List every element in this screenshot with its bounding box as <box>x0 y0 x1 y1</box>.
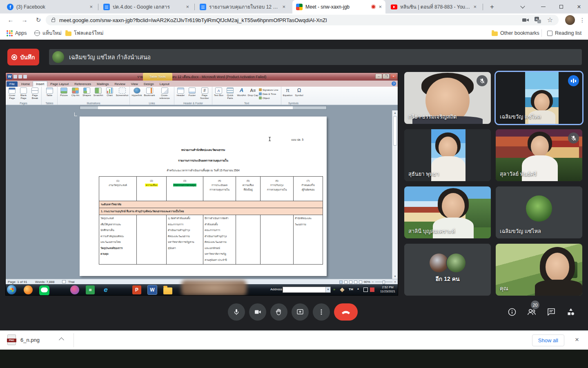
bookmark-new-folder[interactable]: โฟลเดอร์ใหม่ <box>65 27 103 40</box>
internet-explorer-icon[interactable]: e <box>101 285 110 294</box>
address-input[interactable]: ▼ <box>283 287 331 293</box>
scroll-up-icon[interactable]: ▲ <box>392 110 398 115</box>
outline-view-icon[interactable] <box>354 280 357 284</box>
screenshot-button[interactable]: Screenshot <box>116 87 129 101</box>
draft-view-icon[interactable] <box>359 280 362 284</box>
print-layout-view-icon[interactable] <box>339 280 343 284</box>
zoom-in-icon[interactable]: + <box>394 280 396 284</box>
word-restore-button[interactable]: ❐ <box>383 74 390 79</box>
itunes-icon[interactable] <box>70 285 79 294</box>
ribbon-tab-references[interactable]: References <box>71 81 94 87</box>
page-number-button[interactable]: #Page Number <box>198 87 211 101</box>
text-box-button[interactable]: AText Box <box>213 87 224 101</box>
pen-input-icon[interactable] <box>340 287 344 292</box>
ribbon-tab-page-layout[interactable]: Page Layout <box>47 81 71 87</box>
tray-alert-icon[interactable] <box>370 287 374 292</box>
shapes-button[interactable]: Shapes <box>81 87 92 101</box>
fullscreen-view-icon[interactable] <box>344 280 347 284</box>
table-button[interactable]: Table <box>42 87 56 101</box>
zoom-slider[interactable] <box>375 282 392 282</box>
powerpoint-icon[interactable]: P <box>132 285 141 294</box>
address-dropdown-icon[interactable]: ▼ <box>325 287 330 292</box>
bookmark-new-tab[interactable]: แท็บใหม่ <box>34 27 62 40</box>
cover-page-button[interactable]: Cover Page <box>7 87 18 101</box>
signature-line-button[interactable]: Signature Line <box>259 88 280 92</box>
tab-meet-active[interactable]: Meet - snw-xaxn-jgb × <box>292 0 385 13</box>
translate-icon[interactable]: A <box>534 16 541 24</box>
vertical-scrollbar[interactable]: ▲ ▼ <box>392 110 398 279</box>
ribbon-tab-layout[interactable]: Layout <box>157 81 172 87</box>
new-tab-button[interactable]: + <box>487 2 497 12</box>
reading-list[interactable]: Reading list <box>547 27 581 40</box>
address-bar[interactable]: meet.google.com/snw-xaxn-jgb?fbclid=IwAR… <box>46 15 559 25</box>
url-text[interactable]: meet.google.com/snw-xaxn-jgb?fbclid=IwAR… <box>59 17 522 23</box>
language-indicator[interactable]: TH <box>349 287 353 291</box>
camera-in-use-icon[interactable] <box>522 16 529 24</box>
wordart-button[interactable]: AWordArt <box>236 87 247 101</box>
tray-display-icon[interactable] <box>363 287 368 292</box>
other-bookmarks[interactable]: Other bookmarks <box>492 27 539 40</box>
line-app-icon[interactable] <box>39 285 49 295</box>
tab-youtube[interactable]: หลินชิน | ตอนที่ 878-883 - YouTub × <box>387 0 480 13</box>
window-close-button[interactable]: × <box>570 0 588 13</box>
tab-search-chevron-icon[interactable] <box>514 0 532 13</box>
present-screen-button[interactable] <box>292 303 309 321</box>
win7-clock[interactable]: 2:52 PM 11/23/2021 <box>380 285 395 294</box>
spellcheck-icon[interactable] <box>62 280 66 283</box>
forward-icon[interactable]: → <box>20 15 29 25</box>
show-all-downloads-button[interactable]: Show all <box>532 334 564 346</box>
apps-shortcut[interactable]: Apps <box>7 27 27 40</box>
scrollbar-thumb[interactable] <box>393 116 397 146</box>
ribbon-tab-home[interactable]: Home <box>18 81 33 87</box>
chart-button[interactable]: Chart <box>104 87 115 101</box>
chat-icon[interactable] <box>545 306 557 318</box>
scroll-down-icon[interactable]: ▼ <box>392 274 398 279</box>
object-button[interactable]: Object <box>259 96 280 100</box>
equation-button[interactable]: πEquation <box>282 87 293 101</box>
zoom-out-icon[interactable]: − <box>372 280 374 284</box>
blank-page-button[interactable]: Blank Page <box>18 87 29 101</box>
header-button[interactable]: Header <box>175 87 186 101</box>
close-shelf-icon[interactable]: × <box>575 336 579 344</box>
participant-tile-4[interactable]: สุลาวัลย์ พันธ์ศรี <box>496 129 582 181</box>
participant-tile-2-active-speaker[interactable]: เฉลิมขวัญ แซ่ไหล <box>496 72 582 124</box>
clip-art-button[interactable]: Clip Art <box>70 87 81 101</box>
bookmark-star-icon[interactable]: ☆ <box>546 16 554 24</box>
tab-facebook[interactable]: f (3) Facebook × <box>3 0 96 13</box>
download-filename[interactable]: 6_n.png <box>20 337 40 343</box>
ribbon-tab-mailings[interactable]: Mailings <box>94 81 111 87</box>
browser-menu-icon[interactable]: ⋮ <box>579 15 586 25</box>
window-restore-button[interactable] <box>552 0 570 13</box>
tab-google-docs-1[interactable]: ปด.4.doc - Google เอกสาร × <box>100 0 193 13</box>
symbol-button[interactable]: ΩSymbol <box>294 87 305 101</box>
hyperlink-button[interactable]: Hyperlink <box>131 87 143 101</box>
footer-button[interactable]: Footer <box>187 87 198 101</box>
recording-button[interactable]: บันทึก <box>7 49 39 65</box>
firefox-icon[interactable] <box>24 285 33 294</box>
participant-tile-over-flow[interactable]: อีก 12 คน <box>404 244 491 296</box>
smartart-button[interactable]: SmartArt <box>93 87 104 101</box>
cross-reference-button[interactable]: Cross-reference <box>156 87 173 101</box>
capture-app-icon[interactable]: ⌗ <box>86 285 95 294</box>
camera-button[interactable] <box>249 303 266 321</box>
end-call-button[interactable] <box>334 303 358 321</box>
ribbon-tab-review[interactable]: Review <box>111 81 128 87</box>
word-close-button[interactable]: × <box>390 74 397 79</box>
tray-chevron-icon[interactable]: ▲ <box>357 287 359 290</box>
raise-hand-button[interactable] <box>270 303 287 321</box>
participant-tile-3[interactable]: สุธันยา พุทธา <box>404 129 491 181</box>
activities-icon[interactable] <box>565 306 577 318</box>
tab-google-docs-2[interactable]: รายงานควบคุมภายในรอบ 12 เดือน.d × <box>196 0 289 13</box>
drop-cap-button[interactable]: A≡Drop Cap <box>247 87 258 101</box>
tab-close-icon[interactable]: × <box>186 4 189 10</box>
ribbon-tab-view[interactable]: View <box>128 81 141 87</box>
ribbon-tab-design[interactable]: Design <box>141 81 157 87</box>
language-status[interactable]: Thai <box>68 280 75 284</box>
more-options-button[interactable] <box>313 303 330 321</box>
tab-close-icon[interactable]: × <box>89 4 93 10</box>
participant-tile-6[interactable]: เฉลิมขวัญ แซ่ไหล <box>496 186 582 238</box>
tab-close-icon[interactable]: × <box>473 4 477 10</box>
tab-close-icon[interactable]: × <box>282 4 285 10</box>
profile-avatar[interactable] <box>565 15 575 25</box>
word-taskbar-icon[interactable]: W <box>148 285 157 294</box>
